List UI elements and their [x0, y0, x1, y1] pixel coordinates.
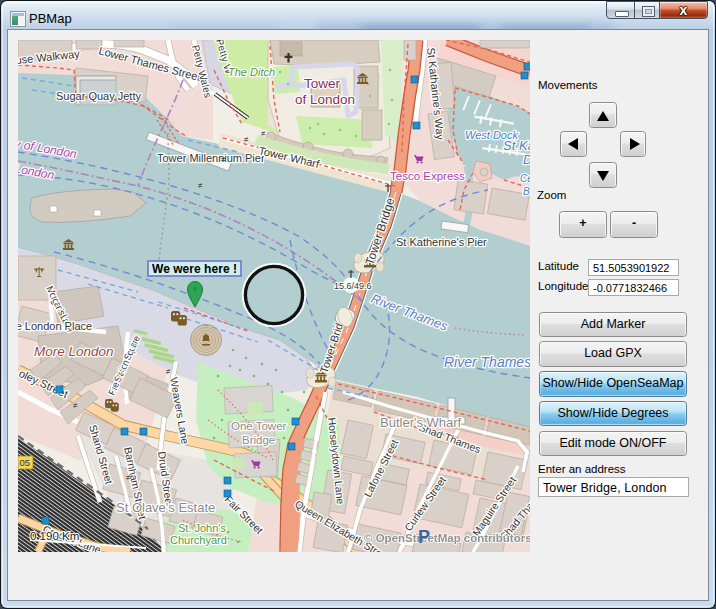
svg-text:One Tower: One Tower — [231, 420, 287, 432]
svg-text:St. John's: St. John's — [178, 522, 226, 534]
svg-text:Tower: Tower — [304, 76, 341, 91]
svg-text:≠: ≠ — [73, 401, 78, 410]
svg-text:of London: of London — [295, 92, 355, 107]
svg-text:15.6/49.6: 15.6/49.6 — [334, 281, 372, 291]
svg-text:≠: ≠ — [244, 135, 249, 144]
svg-text:More London: More London — [34, 344, 114, 359]
svg-text:P: P — [418, 527, 430, 547]
svg-text:≠: ≠ — [126, 473, 131, 482]
svg-text:The Ditch: The Ditch — [228, 66, 275, 78]
svg-text:Churchyard: Churchyard — [170, 534, 227, 546]
svg-text:© OpenStreetMap contributors: © OpenStreetMap contributors — [364, 532, 530, 544]
svg-text:05: 05 — [20, 457, 31, 468]
svg-text:We were here !: We were here ! — [152, 262, 237, 276]
svg-text:≠: ≠ — [198, 181, 203, 190]
svg-text:Bo: Bo — [523, 186, 530, 197]
svg-text:St Katherine's Pier: St Katherine's Pier — [396, 236, 487, 248]
svg-text:St Olave's Estate: St Olave's Estate — [116, 500, 215, 515]
svg-text:0 190 Km: 0 190 Km — [30, 530, 79, 542]
svg-text:≠: ≠ — [166, 367, 171, 376]
svg-text:River Thames: River Thames — [444, 354, 530, 370]
svg-text:Butler's Wharf: Butler's Wharf — [380, 415, 462, 430]
svg-text:≠: ≠ — [221, 155, 226, 164]
svg-text:Bridge: Bridge — [242, 434, 275, 446]
svg-text:D: D — [523, 152, 530, 167]
svg-text:Ce: Ce — [520, 173, 530, 184]
svg-text:≠: ≠ — [261, 129, 266, 138]
svg-text:Tesco Express: Tesco Express — [390, 170, 465, 182]
svg-text:Sugar Quay Jetty: Sugar Quay Jetty — [56, 90, 141, 102]
svg-text:Tower Millennium Pier: Tower Millennium Pier — [157, 152, 265, 164]
svg-text:re London Place: re London Place — [18, 320, 92, 332]
svg-text:St Ka: St Ka — [503, 138, 530, 153]
